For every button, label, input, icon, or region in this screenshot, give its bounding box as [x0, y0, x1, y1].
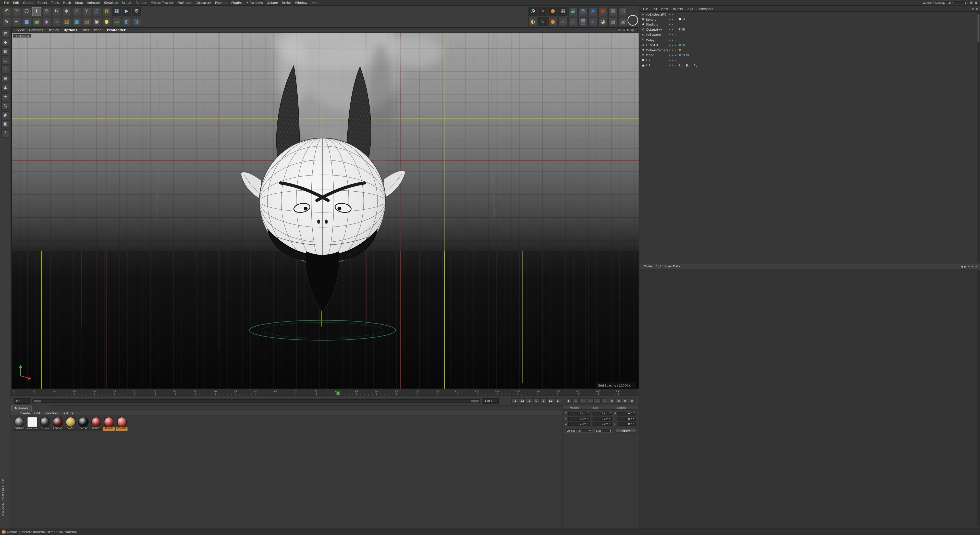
menu-tools[interactable]: Tools — [49, 0, 61, 5]
menu-simulate[interactable]: Simulate — [102, 0, 120, 5]
range-start-field[interactable]: 0 F — [14, 398, 30, 403]
compositing-tag[interactable]: ▨ — [686, 54, 689, 57]
enable-check-icon[interactable]: ✓ — [674, 38, 678, 41]
camera-icon[interactable]: ◉ — [92, 17, 101, 26]
object-row-sphere[interactable]: ●Sphere● ●✓■◑ — [639, 17, 980, 22]
material-tag[interactable]: ■ — [678, 18, 682, 21]
mograph-cloner-icon[interactable]: ▩ — [72, 17, 81, 26]
material-preview[interactable] — [27, 417, 37, 427]
rotate-tool-icon[interactable]: ↻ — [52, 6, 61, 16]
object-row-octanesky[interactable]: ◐OctaneSky● ●✓◐▣ — [639, 27, 980, 32]
xpresso-icon[interactable]: ▤ — [82, 17, 91, 26]
viewport-solo-icon[interactable]: ◎ — [1, 102, 10, 110]
timeline-ruler[interactable]: 0510152025303540455055606570758085909510… — [11, 389, 638, 395]
slider-handle-right[interactable] — [471, 400, 479, 403]
object-row-lengua[interactable]: ▲LENGUA● ●✓■● — [639, 43, 980, 48]
material-item[interactable]: TENGO — [103, 417, 115, 431]
undo-icon[interactable]: ↶ — [2, 6, 11, 16]
octane-material-icon[interactable]: ◒ — [568, 6, 578, 16]
instance-icon[interactable]: ▥ — [62, 17, 71, 26]
enable-check-icon[interactable]: ✓ — [674, 23, 678, 26]
last-tool-icon[interactable]: ◆ — [62, 6, 71, 16]
octane-logo-icon[interactable] — [628, 15, 638, 26]
om-menu-bookmarks[interactable]: Bookmarks — [695, 6, 715, 12]
vp-menu-panel[interactable]: Panel — [92, 28, 105, 32]
menu-window[interactable]: Window — [293, 0, 309, 5]
coord-mode-select[interactable]: Object (Rel.) ▾ — [565, 429, 593, 433]
slider-handle-left[interactable] — [34, 400, 41, 403]
menu-animate[interactable]: Animate — [85, 0, 102, 5]
light-icon[interactable]: ● — [102, 17, 111, 26]
search-icon[interactable]: ⊙ — [972, 7, 974, 11]
preview-range-slider[interactable] — [32, 399, 480, 403]
zoom-view-icon[interactable]: ◇ — [622, 28, 626, 32]
position-y-field[interactable]: 0 cm▴▾ — [568, 417, 590, 421]
play-button[interactable]: ▶ — [533, 398, 539, 404]
mat-menu-function[interactable]: Function — [42, 410, 60, 416]
locked-workplane-icon[interactable]: ▣ — [1, 120, 10, 128]
attr-menu-user-data[interactable]: User Data — [663, 264, 682, 269]
points-mode-icon[interactable]: ∴ — [1, 65, 10, 74]
material-item[interactable]: SNAKE1 — [90, 417, 102, 431]
material-preview[interactable] — [91, 417, 101, 427]
coordinate-system-icon[interactable]: ◍ — [102, 6, 111, 16]
rotate-view-icon[interactable]: ↻ — [626, 28, 630, 32]
enable-check-icon[interactable]: ✓ — [674, 18, 678, 21]
keyframe-selection-button[interactable]: ◎ — [579, 398, 586, 404]
spinner[interactable]: ▴▾ — [609, 418, 611, 419]
attr-menu-mode[interactable]: Mode — [642, 264, 654, 269]
material-preview[interactable] — [40, 417, 50, 427]
size-y-field[interactable]: 0 cm▴▾ — [593, 417, 612, 421]
material-preview[interactable] — [117, 417, 127, 427]
vp-menu-prorender[interactable]: ProRender — [105, 28, 128, 32]
material-preview[interactable] — [65, 417, 76, 427]
menu-mesh[interactable]: Mesh — [61, 0, 73, 5]
subdivision-surface-icon[interactable]: ▣ — [32, 17, 41, 26]
om-menu-objects[interactable]: Objects — [670, 6, 684, 12]
spinner[interactable]: ▴▾ — [633, 413, 635, 414]
material-preview[interactable] — [14, 417, 24, 427]
visibility-dots[interactable]: ● ● — [668, 65, 674, 66]
octane-fog-volume-icon[interactable]: ▒ — [578, 17, 587, 26]
z-axis-lock-icon[interactable]: Z — [92, 6, 101, 16]
visibility-dots[interactable]: ● ● — [668, 39, 674, 41]
rotation-h-field[interactable]: 0 °▴▾ — [617, 411, 636, 416]
vp-menu-view[interactable]: View — [15, 28, 27, 32]
menu-pipeline[interactable]: Pipeline — [213, 0, 229, 5]
bend-deformer-icon[interactable]: ≈ — [52, 17, 61, 26]
visibility-dots[interactable]: ● ● — [668, 19, 674, 21]
menu-motion-tracker[interactable]: Motion Tracker — [148, 0, 175, 5]
pan-view-icon[interactable]: + — [617, 28, 621, 32]
current-frame-marker[interactable] — [336, 391, 340, 395]
visibility-dots[interactable]: ● ● — [668, 14, 674, 15]
gradient-ball-icon[interactable]: ◕ — [598, 17, 608, 26]
freehand-spline-icon[interactable]: ~ — [12, 17, 21, 26]
menu-select[interactable]: Select — [35, 0, 49, 5]
quantize-icon[interactable]: ° — [1, 129, 10, 137]
enable-check-icon[interactable]: ✓ — [674, 49, 678, 52]
extrude-icon[interactable]: ◆ — [42, 17, 51, 26]
enable-check-icon[interactable]: ✓ — [674, 54, 678, 57]
om-scrollbar[interactable] — [977, 13, 980, 262]
mat-menu-create[interactable]: Create — [18, 410, 32, 416]
plugin-pattern-icon[interactable]: ▧ — [608, 6, 617, 16]
enable-axis-icon[interactable]: + — [1, 93, 10, 101]
object-row-delay[interactable]: ↻Delay● ●✓ — [639, 38, 980, 43]
record-rotation-button[interactable]: R — [601, 398, 608, 404]
spinner[interactable]: ▴▾ — [587, 413, 589, 414]
floor-icon[interactable]: ▭ — [112, 17, 121, 26]
edges-mode-icon[interactable]: ≡ — [1, 75, 10, 83]
xparticles-emitter-icon[interactable]: × — [538, 17, 548, 26]
sky-icon[interactable]: ◐ — [122, 17, 131, 26]
spinner[interactable]: ▴▾ — [633, 418, 635, 419]
visibility-dots[interactable]: ● ● — [668, 24, 674, 25]
move-tool-icon[interactable]: + — [32, 6, 41, 16]
rotation-p-field[interactable]: 0 °▴▾ — [617, 417, 636, 421]
menu-create[interactable]: Create — [21, 0, 35, 5]
object-row-l-1[interactable]: ●L 1● ●✓S. R. P. — [639, 63, 980, 68]
render-to-picture-viewer-icon[interactable]: ▶ — [122, 6, 131, 16]
material-item[interactable]: emissive — [26, 417, 38, 431]
panel-menu-icon[interactable]: ≡ — [975, 265, 977, 268]
interface-layout-icon[interactable]: ▣ — [974, 0, 978, 5]
prev-key-button[interactable]: ◀◀ — [519, 398, 525, 404]
